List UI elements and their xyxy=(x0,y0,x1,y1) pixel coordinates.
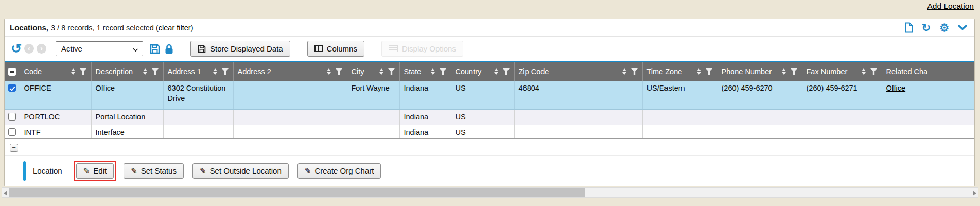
column-header-state[interactable]: State xyxy=(399,62,451,81)
cell-city xyxy=(347,125,399,139)
sort-icon[interactable] xyxy=(213,68,217,75)
select-all-header[interactable] xyxy=(5,62,20,81)
filter-icon[interactable] xyxy=(336,68,343,75)
cell-city: Fort Wayne xyxy=(347,81,399,109)
column-header-related[interactable]: Related Cha xyxy=(882,62,974,81)
sort-icon[interactable] xyxy=(379,68,383,75)
sort-icon[interactable] xyxy=(622,68,626,75)
table-row-office[interactable]: OFFICE Office 6302 Constitution Drive Fo… xyxy=(5,81,974,109)
new-document-icon[interactable] xyxy=(904,22,913,33)
row-checkbox[interactable] xyxy=(8,113,16,121)
cell-related xyxy=(882,109,974,125)
sort-icon[interactable] xyxy=(431,68,435,75)
filter-icon[interactable] xyxy=(706,68,713,75)
cell-code: PORTLOC xyxy=(20,109,91,125)
toolbar-separator xyxy=(182,37,182,61)
cell-code: INTF xyxy=(20,125,91,139)
table-row-intf[interactable]: INTF Interface Indiana US xyxy=(5,125,974,139)
collapse-actions-button[interactable]: − xyxy=(10,144,18,152)
cell-code: OFFICE xyxy=(20,81,91,109)
column-header-phone[interactable]: Phone Number xyxy=(717,62,802,81)
row-checkbox[interactable] xyxy=(8,128,16,136)
cell-phone xyxy=(717,125,802,139)
edit-button-highlight-box: ✎ Edit xyxy=(74,161,116,181)
lock-icon[interactable] xyxy=(165,44,173,54)
select-all-checkbox[interactable] xyxy=(8,68,16,76)
cell-country: US xyxy=(451,81,514,109)
nav-next-icon[interactable]: › xyxy=(37,44,46,54)
filter-icon[interactable] xyxy=(440,68,447,75)
filter-icon[interactable] xyxy=(791,68,798,75)
row-checkbox[interactable] xyxy=(8,84,16,92)
cell-address1 xyxy=(163,125,233,139)
store-displayed-data-button[interactable]: Store Displayed Data xyxy=(190,41,290,57)
add-location-link[interactable]: Add Location xyxy=(927,2,974,11)
cell-phone xyxy=(717,109,802,125)
columns-button[interactable]: Columns xyxy=(307,41,364,57)
cell-fax xyxy=(802,109,882,125)
sort-icon[interactable] xyxy=(494,68,498,75)
status-filter-value: Active xyxy=(61,44,82,53)
column-header-country[interactable]: Country xyxy=(451,62,514,81)
scrollbar-thumb[interactable] xyxy=(9,188,585,197)
related-office-link[interactable]: Office xyxy=(886,84,906,92)
columns-icon xyxy=(314,45,323,52)
panel-action-icons: ↻ ⚙ xyxy=(904,22,969,33)
locations-grid: Code Description Address 1 Address 2 Cit… xyxy=(5,62,974,139)
pencil-icon: ✎ xyxy=(83,167,90,175)
cell-address2 xyxy=(233,125,347,139)
sort-icon[interactable] xyxy=(327,68,331,75)
filter-icon[interactable] xyxy=(870,68,878,75)
clear-filter-link[interactable]: clear filter xyxy=(159,24,191,32)
cell-phone: (260) 459-6270 xyxy=(717,81,802,109)
save-view-icon[interactable] xyxy=(150,44,160,54)
set-status-button[interactable]: ✎ Set Status xyxy=(124,163,184,179)
edit-button[interactable]: ✎ Edit xyxy=(76,163,114,179)
sort-icon[interactable] xyxy=(71,68,75,75)
filter-icon[interactable] xyxy=(152,68,159,75)
scroll-right-arrow-icon[interactable] xyxy=(973,191,976,196)
cell-city xyxy=(347,109,399,125)
create-org-chart-button[interactable]: ✎ Create Org Chart xyxy=(297,163,381,179)
scroll-left-arrow-icon[interactable] xyxy=(4,191,7,196)
filter-icon[interactable] xyxy=(222,68,229,75)
filter-icon[interactable] xyxy=(631,68,638,75)
column-header-city[interactable]: City xyxy=(347,62,399,81)
nav-previous-icon[interactable]: ‹ xyxy=(24,44,34,54)
gear-icon[interactable]: ⚙ xyxy=(939,22,949,33)
cell-timezone xyxy=(642,125,717,139)
column-header-description[interactable]: Description xyxy=(91,62,163,81)
sort-icon[interactable] xyxy=(862,68,866,75)
actions-group-label: Location xyxy=(33,166,62,175)
column-header-fax[interactable]: Fax Number xyxy=(802,62,882,81)
sort-icon[interactable] xyxy=(697,68,701,75)
toolbar-separator xyxy=(299,37,299,61)
sort-icon[interactable] xyxy=(782,68,786,75)
undo-icon[interactable]: ↺ xyxy=(11,42,22,55)
select-arrow-icon xyxy=(133,46,138,52)
filter-icon[interactable] xyxy=(503,68,510,75)
horizontal-scrollbar[interactable] xyxy=(2,187,978,198)
status-filter-select[interactable]: Active xyxy=(56,41,143,56)
column-header-zipcode[interactable]: Zip Code xyxy=(514,62,642,81)
table-row-portloc[interactable]: PORTLOC Portal Location Indiana US xyxy=(5,109,974,125)
panel-title: Locations, xyxy=(10,23,48,32)
column-header-code[interactable]: Code xyxy=(20,62,91,81)
chevron-down-icon[interactable] xyxy=(958,25,967,30)
cell-description: Office xyxy=(91,81,163,109)
filter-icon[interactable] xyxy=(80,68,87,75)
cell-state: Indiana xyxy=(399,109,451,125)
grid-header-row: Code Description Address 1 Address 2 Cit… xyxy=(5,62,974,81)
cell-address2 xyxy=(233,81,347,109)
column-header-timezone[interactable]: Time Zone xyxy=(642,62,717,81)
cell-state: Indiana xyxy=(399,81,451,109)
filter-icon[interactable] xyxy=(388,68,395,75)
pencil-icon: ✎ xyxy=(200,167,206,175)
column-header-address1[interactable]: Address 1 xyxy=(163,62,233,81)
refresh-icon[interactable]: ↻ xyxy=(922,22,931,33)
cell-description: Interface xyxy=(91,125,163,139)
pencil-icon: ✎ xyxy=(305,167,311,175)
set-outside-location-button[interactable]: ✎ Set Outside Location xyxy=(192,163,289,179)
column-header-address2[interactable]: Address 2 xyxy=(233,62,347,81)
sort-icon[interactable] xyxy=(143,68,147,75)
